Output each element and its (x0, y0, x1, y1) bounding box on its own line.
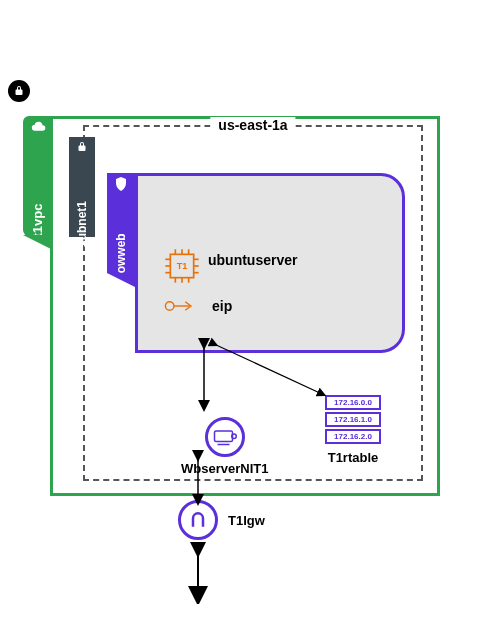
internet-gateway: T1Igw (178, 500, 265, 540)
subnet-tab: subnet1 (69, 137, 95, 237)
az-label: us-east-1a (210, 117, 295, 133)
instance-name: ubuntuserver (208, 252, 297, 268)
subnet-container: subnet1 allowweb T1 (95, 137, 415, 357)
lock-icon (76, 141, 88, 153)
vpc-notch (23, 235, 53, 250)
instance-id: T1 (177, 261, 188, 271)
eip-name: eip (212, 298, 232, 314)
arrow-ni-to-igw (188, 450, 208, 506)
eip-icon (164, 296, 198, 316)
availability-zone: us-east-1a subnet1 allowweb T1 (83, 125, 423, 481)
vpc-label: t1vpc (31, 204, 46, 238)
lock-badge (8, 80, 30, 102)
security-group-box: T1 ubuntu (135, 173, 405, 353)
arrow-igw-to-internet (188, 542, 208, 604)
svg-point-13 (165, 302, 174, 311)
cpu-icon: T1 (162, 246, 202, 286)
route-table-label: T1rtable (325, 450, 381, 465)
route-row: 172.16.1.0 (325, 412, 381, 427)
vpc-tab: t1vpc (23, 116, 53, 236)
shield-icon (115, 177, 127, 191)
instance-resource: ubuntuserver (208, 252, 297, 268)
internet-gateway-icon (178, 500, 218, 540)
sg-notch (107, 273, 135, 287)
svg-point-16 (231, 434, 236, 439)
lock-icon (13, 85, 25, 97)
cloud-icon (30, 120, 46, 132)
route-table-rows: 172.16.0.0 172.16.1.0 172.16.2.0 (325, 395, 381, 444)
subnet-label: subnet1 (75, 201, 89, 247)
internet-gateway-label: T1Igw (228, 513, 265, 528)
route-table: 172.16.0.0 172.16.1.0 172.16.2.0 T1rtabl… (325, 395, 381, 465)
eip-resource: eip (164, 296, 232, 316)
vpc-container: t1vpc us-east-1a subnet1 allowweb T (50, 116, 440, 496)
route-row: 172.16.2.0 (325, 429, 381, 444)
arrow-sg-to-rt (208, 338, 328, 404)
route-row: 172.16.0.0 (325, 395, 381, 410)
svg-rect-15 (214, 431, 232, 442)
svg-line-19 (214, 344, 322, 394)
network-interface-icon (205, 417, 245, 457)
security-group-tab: allowweb (107, 173, 135, 273)
